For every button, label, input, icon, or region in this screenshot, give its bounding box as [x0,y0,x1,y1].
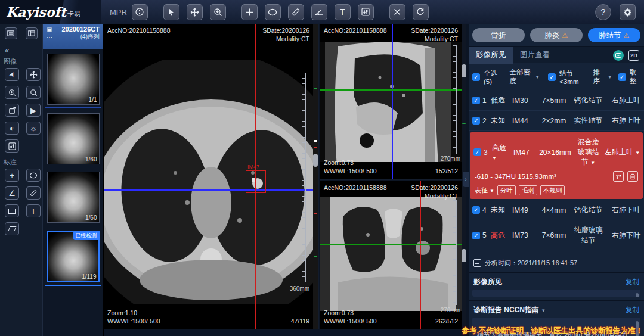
wwwl-tool-icon[interactable] [358,4,374,20]
select-all-checkbox[interactable]: ✓ [472,73,480,81]
axial-scroll-thumb[interactable] [313,154,318,167]
crosshair-annot-icon[interactable]: + [5,169,19,182]
compare-icon[interactable] [613,171,624,182]
pan-icon[interactable] [26,68,41,81]
sagittal-crosshair-vertical[interactable] [392,24,393,179]
axial-zoom-wwwl: Zoom:1.10 WW/WL:1500/-500 [107,309,160,325]
ruler-tool-icon[interactable] [288,4,304,20]
report-copy-button[interactable]: 复制 [626,306,639,315]
location-dropdown[interactable]: 左肺上叶 ▼ [605,147,639,157]
density-dropdown[interactable]: 全部密度 [510,68,532,86]
angle-tool-icon[interactable] [311,4,327,20]
viewport-sagittal[interactable]: AccNO:202101158888 SDate:20200126 Modali… [320,24,466,180]
detected-badge: 已经检测 [73,231,100,240]
series-thumbnail-3[interactable]: 1/60 [47,172,100,223]
clear-tool-icon[interactable] [389,4,405,20]
sagittal-scroll-thumb[interactable] [462,64,466,77]
crosshair-tool-icon[interactable] [242,4,258,20]
series-thumbnail-scout[interactable]: 1/1 [47,54,100,105]
axial-ct-image [104,24,319,329]
brightness-icon[interactable]: ☼ [26,122,41,135]
series-list-icon[interactable] [5,27,17,39]
rectangle-annot-icon[interactable] [5,204,19,217]
series-thumbnail-4-selected[interactable]: 已经检测 1/119 [47,231,100,282]
pan-tool-icon[interactable] [187,4,203,20]
ellipse-tool-icon[interactable] [265,4,281,20]
row-checkbox[interactable]: ✓ [472,97,480,104]
sagittal-crosshair-horizontal[interactable] [320,89,466,91]
tab-image-view[interactable]: 图片查看 [513,47,557,64]
coronal-scroll-thumb[interactable] [462,249,466,262]
coronal-slice-scrollbar[interactable] [462,181,466,329]
small-nodule-checkbox[interactable]: ✓ [548,73,556,81]
invert-contrast-icon[interactable]: ◐ [5,122,19,135]
row-checkbox[interactable]: ✓ [472,117,480,125]
clipboard-icon [473,259,481,267]
small-nodule-label: 结节<3mm [559,69,586,85]
module-fracture-button[interactable]: 骨折 [472,28,525,42]
help-icon[interactable]: ? [595,4,611,20]
findings-text: 右肺上叶尖段（SeNO.4 IM30）见钙化结节影，大小为7×5mm； 右肺上叶… [472,290,640,297]
eraser-icon[interactable] [5,222,19,235]
delete-icon[interactable] [627,171,638,182]
app-root: Kayisoft 卡易 MPR T [0,0,644,336]
row-checkbox[interactable]: ✓ [473,148,481,156]
coronal-scale-label: 270mm [441,307,460,313]
row-checkbox[interactable]: ✓ [472,232,480,239]
module-lung-nodule-button[interactable]: 肺结节⚠ [588,28,640,42]
nodule-hu-volume: -618 - 347HU 1515.93mm³ [475,173,609,180]
flip-icon[interactable]: ▶ [26,104,41,117]
nodule-row-3-selected[interactable]: ✓ 3 高危 ▼ IM47 20×16mm 混合磨玻璃结节 ▼ 左肺上叶 ▼ -… [470,132,643,199]
image-section-label: 图像 [0,56,42,68]
nodule-row-4[interactable]: ✓ 4 未知 IM49 4×4mm 钙化结节 右肺下叶 [469,200,644,220]
feature-dropdown[interactable]: 表征 ▼ [475,186,494,195]
axial-crosshair-horizontal[interactable] [104,189,318,191]
module-pneumonia-button[interactable]: 肺炎⚠ [530,28,583,42]
findings-copy-button[interactable]: 复制 [626,278,639,287]
magnifier-icon[interactable] [26,86,41,99]
risk-dropdown[interactable]: 高危 ▼ [492,143,511,161]
cursor-tool-icon[interactable] [163,4,179,20]
rotate-icon[interactable] [5,104,19,117]
axial-slice-scrollbar[interactable] [313,24,318,329]
text-annot-icon[interactable]: T [26,204,41,217]
window-level-icon[interactable] [5,139,19,153]
mpr-icon[interactable] [132,4,148,20]
layout-icon[interactable] [26,27,38,39]
view-2d-icon[interactable]: 2D [628,50,639,61]
zoom-in-icon[interactable] [5,86,19,99]
viewport-coronal[interactable]: AccNO:202101158888 SDate:20200126 Modali… [320,181,466,329]
series-thumbnail-2[interactable]: 1/60 [47,113,100,164]
study-header[interactable]: ▣ 20200126CT ··· (4)序列 [43,24,103,49]
nodule-row-1[interactable]: ✓ 1 低危 IM30 7×5mm 钙化结节 右肺上叶 [469,91,644,111]
sort-dropdown[interactable]: 排序 [593,68,603,86]
settings-gear-icon[interactable] [620,4,636,20]
nodule-row-5[interactable]: ✓ 5 高危 IM73 7×6mm 纯磨玻璃结节 右肺下叶 [469,220,644,250]
text-tool-icon[interactable]: T [335,4,351,20]
ruler-annot-icon[interactable] [26,186,41,200]
sidebar-collapse-icon[interactable]: « [0,43,42,56]
angle-annot-icon[interactable]: ∠ [5,186,19,200]
more-icon[interactable]: ··· [47,34,52,41]
row-checkbox[interactable]: ✓ [472,206,480,214]
nodule-row-2[interactable]: ✓ 2 未知 IM44 2×2mm 实性结节 右肺上叶 [469,111,644,131]
panel-collapse-handle[interactable]: › [463,172,469,187]
chevron-down-icon[interactable]: ▼ [541,308,546,313]
zoom-in-tool-icon[interactable] [210,4,226,20]
sagittal-accno: AccNO:202101158888 [324,26,386,35]
coronal-crosshair-vertical[interactable] [420,181,421,329]
round-checkbox[interactable]: ✓ [618,73,626,81]
sagittal-ruler [453,45,457,154]
cursor-icon[interactable]: ➤ [5,68,19,81]
sagittal-study-info: SDate:20200126 Modality:CT [411,26,458,43]
type-dropdown[interactable]: 混合磨玻璃结节 ▼ [574,137,602,167]
reset-tool-icon[interactable] [413,4,429,20]
tab-findings[interactable]: 影像所见 [469,47,513,64]
coronal-crosshair-horizontal[interactable] [320,244,466,245]
findings-scrollbar[interactable] [636,293,639,297]
viewport-axial[interactable]: IM47 AccNO:202101158888 SDate:20200126 M… [104,24,319,329]
ellipse-annot-icon[interactable] [26,169,41,182]
sagittal-slice-scrollbar[interactable] [462,24,466,179]
nodule-roi-box[interactable]: IM47 [246,170,266,193]
report-preview-icon[interactable] [613,50,624,61]
